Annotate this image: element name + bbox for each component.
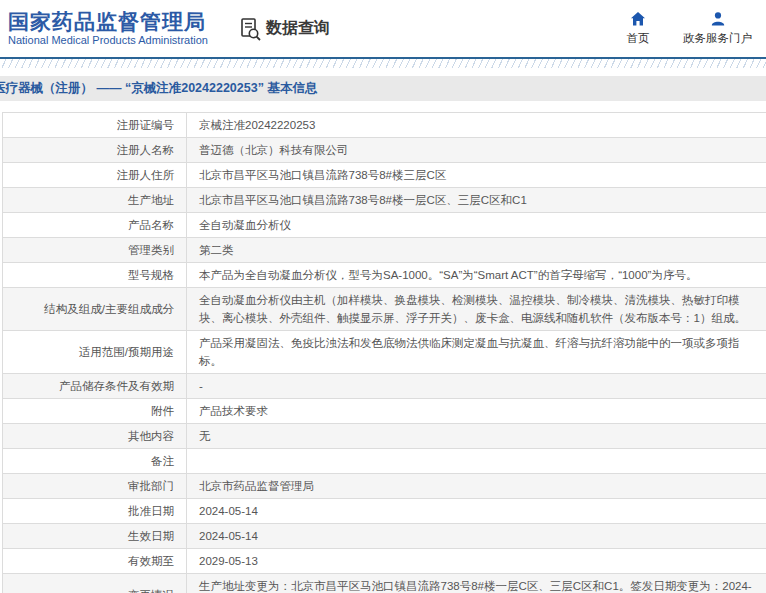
nav-home[interactable]: 首页 [619, 11, 657, 46]
page-title: 医疗器械（注册） —— “京械注准20242220253” 基本信息 [0, 80, 317, 97]
row-value: 2024-05-14 [187, 499, 766, 523]
row-label: 附件 [3, 399, 187, 423]
row-value [187, 449, 766, 473]
row-label-text: 变更情况 [128, 586, 174, 593]
row-label: 适用范围/预期用途 [3, 331, 187, 373]
table-row: 审批部门 北京市药品监督管理局 [3, 474, 766, 499]
table-row: 生产地址 北京市昌平区马池口镇昌流路738号8#楼一层C区、三层C区和C1 [3, 188, 766, 213]
row-label-text: 适用范围/预期用途 [79, 343, 174, 361]
row-label-text: 结构及组成/主要组成成分 [44, 300, 174, 318]
row-label: 批准日期 [3, 499, 187, 523]
row-label: 其他内容 [3, 424, 187, 448]
row-label: 变更情况 [3, 574, 187, 593]
table-row: 结构及组成/主要组成成分 全自动凝血分析仪由主机（加样模块、换盘模块、检测模块、… [3, 288, 766, 331]
row-label: 注册人住所 [3, 163, 187, 187]
nav-home-label: 首页 [627, 31, 650, 46]
page: 国家药品监督管理局 National Medical Products Admi… [0, 0, 766, 593]
nav-portal[interactable]: 政务服务门户 [683, 11, 752, 46]
table-row: 有效期至 2029-05-13 [3, 549, 766, 574]
user-icon [710, 11, 726, 27]
table-row: 其他内容 无 [3, 424, 766, 449]
row-label: 备注 [3, 449, 187, 473]
registration-info-table: 注册证编号 京械注准20242220253 注册人名称 普迈德（北京）科技有限公… [2, 112, 766, 593]
row-label: 结构及组成/主要组成成分 [3, 288, 187, 330]
logo-subtitle: National Medical Products Administration [8, 34, 208, 47]
page-title-bar: 医疗器械（注册） —— “京械注准20242220253” 基本信息 [0, 76, 766, 101]
top-nav: 首页 政务服务门户 [619, 11, 756, 46]
data-query-icon [240, 17, 262, 41]
row-label: 生产地址 [3, 188, 187, 212]
spacer [0, 101, 766, 112]
row-value: 2024-05-14 [187, 524, 766, 548]
row-label: 管理类别 [3, 238, 187, 262]
row-label-text: 产品名称 [128, 216, 174, 234]
table-row: 产品储存条件及有效期 - [3, 374, 766, 399]
table-row: 生效日期 2024-05-14 [3, 524, 766, 549]
table-row: 管理类别 第二类 [3, 238, 766, 263]
row-label-text: 生产地址 [128, 191, 174, 209]
row-value: 普迈德（北京）科技有限公司 [187, 138, 766, 162]
row-label-text: 批准日期 [128, 502, 174, 520]
table-row: 注册证编号 京械注准20242220253 [3, 113, 766, 138]
row-value: 北京市药品监督管理局 [187, 474, 766, 498]
row-value: 北京市昌平区马池口镇昌流路738号8#楼三层C区 [187, 163, 766, 187]
row-value: 北京市昌平区马池口镇昌流路738号8#楼一层C区、三层C区和C1 [187, 188, 766, 212]
row-value: 生产地址变更为：北京市昌平区马池口镇昌流路738号8#楼一层C区、三层C区和C1… [187, 574, 766, 593]
table-row: 适用范围/预期用途 产品采用凝固法、免疫比浊法和发色底物法供临床测定凝血与抗凝血… [3, 331, 766, 374]
row-label-text: 产品储存条件及有效期 [59, 377, 174, 395]
logo-title: 国家药品监督管理局 [8, 10, 208, 34]
row-label: 审批部门 [3, 474, 187, 498]
data-query-label: 数据查询 [266, 18, 330, 39]
row-label: 产品储存条件及有效期 [3, 374, 187, 398]
table-row: 备注 [3, 449, 766, 474]
row-value: 第二类 [187, 238, 766, 262]
row-value: - [187, 374, 766, 398]
table-row: 产品名称 全自动凝血分析仪 [3, 213, 766, 238]
table-row: 型号规格 本产品为全自动凝血分析仪，型号为SA-1000。“SA”为“Smart… [3, 263, 766, 288]
row-value: 全自动凝血分析仪 [187, 213, 766, 237]
table-row: 变更情况 生产地址变更为：北京市昌平区马池口镇昌流路738号8#楼一层C区、三层… [3, 574, 766, 593]
table-row: 注册人名称 普迈德（北京）科技有限公司 [3, 138, 766, 163]
row-label-text: 型号规格 [128, 266, 174, 284]
row-value: 产品采用凝固法、免疫比浊法和发色底物法供临床测定凝血与抗凝血、纤溶与抗纤溶功能中… [187, 331, 766, 373]
row-label-text: 生效日期 [128, 527, 174, 545]
row-label: 生效日期 [3, 524, 187, 548]
row-label-text: 备注 [151, 452, 174, 470]
table-row: 注册人住所 北京市昌平区马池口镇昌流路738号8#楼三层C区 [3, 163, 766, 188]
site-header: 国家药品监督管理局 National Medical Products Admi… [0, 0, 766, 57]
nav-portal-label: 政务服务门户 [683, 31, 752, 46]
content-area: 注册证编号 京械注准20242220253 注册人名称 普迈德（北京）科技有限公… [0, 112, 766, 593]
row-label: 产品名称 [3, 213, 187, 237]
row-value: 产品技术要求 [187, 399, 766, 423]
spacer [0, 68, 766, 76]
row-label-text: 审批部门 [128, 477, 174, 495]
home-icon [630, 11, 646, 27]
row-value: 无 [187, 424, 766, 448]
row-label: 注册证编号 [3, 113, 187, 137]
row-label: 型号规格 [3, 263, 187, 287]
row-label-text: 注册证编号 [117, 116, 175, 134]
stripe-decoration-band [0, 59, 766, 68]
row-value: 全自动凝血分析仪由主机（加样模块、换盘模块、检测模块、温控模块、制冷模块、清洗模… [187, 288, 766, 330]
table-row: 批准日期 2024-05-14 [3, 499, 766, 524]
table-row: 附件 产品技术要求 [3, 399, 766, 424]
row-value: 京械注准20242220253 [187, 113, 766, 137]
data-query-section: 数据查询 [240, 17, 330, 41]
row-label-text: 附件 [151, 402, 174, 420]
site-logo: 国家药品监督管理局 National Medical Products Admi… [8, 10, 208, 47]
row-label-text: 其他内容 [128, 427, 174, 445]
row-label: 有效期至 [3, 549, 187, 573]
row-value: 本产品为全自动凝血分析仪，型号为SA-1000。“SA”为“Smart ACT”… [187, 263, 766, 287]
row-label-text: 管理类别 [128, 241, 174, 259]
row-label: 注册人名称 [3, 138, 187, 162]
row-label-text: 注册人名称 [117, 141, 175, 159]
row-value: 2029-05-13 [187, 549, 766, 573]
row-label-text: 有效期至 [128, 552, 174, 570]
row-label-text: 注册人住所 [117, 166, 175, 184]
